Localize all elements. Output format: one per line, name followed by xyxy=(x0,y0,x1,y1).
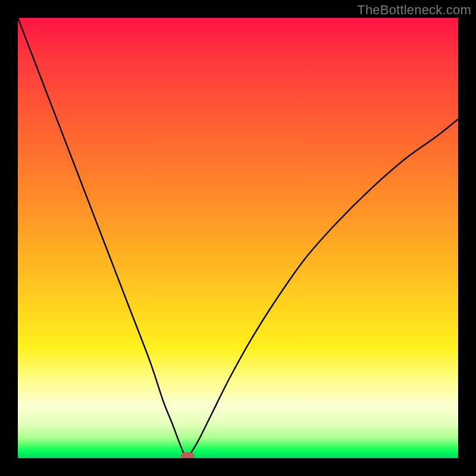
optimal-marker xyxy=(181,452,194,458)
plot-area xyxy=(18,18,458,458)
bottleneck-curve xyxy=(18,18,458,456)
chart-frame: TheBottleneck.com xyxy=(0,0,476,476)
watermark-text: TheBottleneck.com xyxy=(357,2,471,18)
curve-layer xyxy=(18,18,458,458)
